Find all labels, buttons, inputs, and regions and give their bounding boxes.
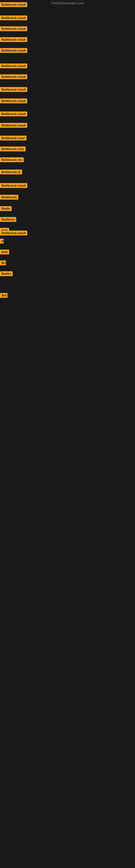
bottleneck-badge[interactable]: Bottleneck result [0,123,27,128]
bottleneck-row: Bottleneck result [0,74,27,80]
bottleneck-row: Bottleneck res [0,157,24,163]
bottleneck-row: Bottleneck resu [0,147,26,152]
bottleneck-row: Bottleneck result [0,112,27,118]
bottleneck-badge[interactable]: Bottleneck result [0,112,27,116]
bottleneck-badge[interactable]: Bottleneck result [0,16,27,20]
bottleneck-badge[interactable]: Bottler [0,271,13,276]
bottleneck-badge[interactable]: Bottlenec [0,217,16,222]
bottleneck-row: Bottlenec [0,217,16,223]
bottleneck-badge[interactable]: Bottle [0,206,12,211]
bottleneck-badge[interactable]: Bottleneck res [0,157,24,162]
bottleneck-badge[interactable]: Bottleneck result [0,98,27,103]
bottleneck-row: Bottleneck result [0,37,27,43]
bottleneck-row: Bottleneck result [0,48,27,54]
bottleneck-row: Bott [0,250,9,255]
bottleneck-badge[interactable]: Bottleneck result [0,230,27,236]
bottleneck-row: Bottleneck result [0,2,27,8]
bottleneck-badge[interactable]: Bottleneck result [0,37,27,42]
bottleneck-row: Bottleneck resul [0,135,27,142]
bottleneck-badge[interactable]: Bott [0,250,9,254]
bottleneck-badge[interactable]: Bottleneck result [0,2,27,7]
bottleneck-badge[interactable]: Bottleneck result [0,87,27,92]
bottleneck-badge[interactable]: Bottleneck re [0,169,22,175]
bottleneck-row: B [0,239,4,245]
bottleneck-row: Bottleneck result [0,230,27,237]
bottleneck-badge[interactable]: Bot [0,293,8,298]
bottleneck-badge[interactable]: B [0,239,4,244]
bottleneck-row: Bottleneck result [0,183,27,189]
bottleneck-badge[interactable]: Bottleneck result [0,74,27,79]
bottleneck-row: Bottleneck result [0,16,27,22]
bottleneck-badge[interactable]: Bo [0,260,6,265]
bottleneck-row: Bo [0,260,6,267]
bottleneck-row: Bottle [0,206,12,212]
bottleneck-row: Bottleneck result [0,26,27,32]
bottleneck-row: Bottleneck result [0,87,27,93]
bottleneck-badge[interactable]: Bottleneck [0,195,18,199]
bottleneck-badge[interactable]: Bottleneck result [0,48,27,53]
bottleneck-badge[interactable]: Bottleneck result [0,26,27,31]
bottleneck-row: Bottleneck result [0,98,27,104]
bottleneck-row: Bottler [0,271,13,277]
bottleneck-badge[interactable]: Bottleneck resul [0,135,27,141]
bottleneck-row: Bottleneck [0,195,18,201]
bottleneck-badge[interactable]: Bottleneck resu [0,147,26,151]
bottleneck-badge[interactable]: Bottleneck result [0,183,27,188]
bottleneck-row: Bottleneck re [0,169,22,176]
bottleneck-row: Bot [0,293,8,299]
bottleneck-row: Bottleneck result [0,123,27,129]
bottleneck-row: Bottleneck result [0,63,27,69]
bottleneck-badge[interactable]: Bottleneck result [0,63,27,68]
